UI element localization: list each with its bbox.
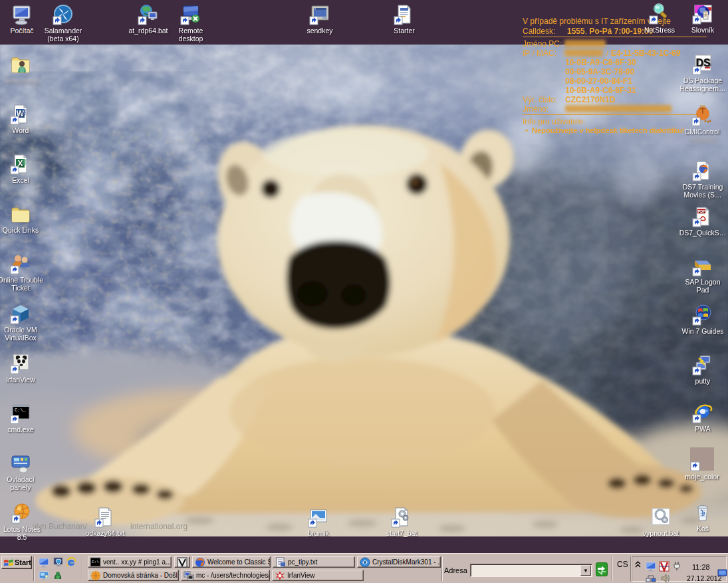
svg-text:C:\: C:\ [92,560,99,564]
svg-text:C:\_: C:\_ [15,408,27,413]
svg-text:PDF: PDF [698,209,706,213]
svg-text:international.org: international.org [130,522,187,531]
